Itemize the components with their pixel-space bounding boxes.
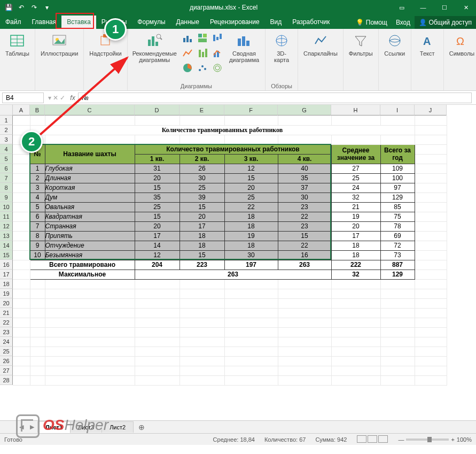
svg-rect-15 — [190, 39, 192, 42]
svg-rect-35 — [246, 41, 249, 46]
qat-more-icon[interactable]: ▾ — [43, 3, 51, 12]
surface-chart-icon[interactable] — [210, 61, 224, 75]
symbols-button[interactable]: ΩСимволы — [447, 31, 476, 58]
maximize-icon[interactable]: ☐ — [434, 0, 455, 15]
save-icon[interactable]: 💾 — [4, 3, 13, 12]
svg-rect-17 — [203, 34, 207, 37]
zoom-control[interactable]: — + 100% — [398, 436, 472, 443]
ribbon-tabs: Файл Главная Вставка Разметка страницы а… — [0, 15, 476, 29]
watermark-icon — [16, 414, 40, 438]
callout-1: 1 — [104, 18, 127, 41]
spreadsheet-grid[interactable]: ABCDEFGHIJ 12345678910111213141516171819… — [0, 105, 476, 420]
pivotchart-button[interactable]: Сводная диаграмма — [227, 31, 262, 64]
svg-text:Ω: Ω — [456, 35, 464, 47]
chart-type-stack — [181, 31, 224, 75]
svg-rect-19 — [213, 35, 215, 41]
row-headers[interactable]: 1234567891011121314151617181920212223242… — [0, 116, 13, 385]
text-button[interactable]: AТекст — [415, 31, 440, 58]
undo-icon[interactable]: ↶ — [17, 3, 26, 12]
svg-rect-23 — [202, 52, 204, 57]
map3d-button[interactable]: 3D-карта — [269, 31, 294, 64]
svg-rect-33 — [238, 39, 241, 46]
svg-rect-24 — [205, 49, 207, 57]
group-text: AТекст — [411, 29, 444, 90]
title-bar: 💾 ↶ ↷ ▾ диаграммы.xlsx - Excel ▭ — ☐ ✕ — [0, 0, 476, 15]
tab-home[interactable]: Главная — [27, 16, 62, 29]
formula-bar: B4 ▾ ✕ ✓ fx № — [0, 91, 476, 105]
tab-view[interactable]: Вид — [265, 16, 287, 29]
status-sum: Сумма: 942 — [315, 436, 347, 443]
status-avg: Среднее: 18,84 — [213, 436, 255, 443]
share-button[interactable]: 👤 Общий доступ — [415, 16, 476, 29]
new-sheet-icon[interactable]: ⊕ — [133, 423, 150, 432]
fx-icon[interactable]: fx — [67, 94, 78, 102]
svg-point-31 — [214, 64, 221, 72]
tables-button[interactable]: Таблицы — [3, 31, 32, 58]
svg-rect-8 — [148, 40, 151, 46]
svg-rect-21 — [220, 34, 222, 39]
svg-point-28 — [199, 69, 201, 71]
svg-line-12 — [160, 38, 162, 40]
window-controls: ▭ — ☐ ✕ — [392, 0, 476, 15]
filters-button[interactable]: Фильтры — [347, 31, 375, 58]
group-tables: Таблицы — [0, 29, 35, 90]
minimize-icon[interactable]: — — [413, 0, 433, 15]
line-chart-icon[interactable] — [181, 46, 194, 60]
tab-formulas[interactable]: Формулы — [132, 16, 170, 29]
group-sparklines: Спарклайны — [298, 29, 344, 90]
tab-insert[interactable]: Вставка — [61, 16, 96, 29]
ribbon-options-icon[interactable]: ▭ — [392, 0, 412, 15]
scatter-chart-icon[interactable] — [196, 61, 209, 75]
sparklines-button[interactable]: Спарклайны — [301, 31, 340, 58]
close-icon[interactable]: ✕ — [456, 0, 476, 15]
group-illustrations: Иллюстрации — [35, 29, 84, 90]
hierarchy-chart-icon[interactable] — [196, 31, 209, 45]
waterfall-chart-icon[interactable] — [210, 31, 224, 45]
redo-icon[interactable]: ↷ — [30, 3, 38, 12]
ribbon: Таблицы Иллюстрации Надстройки Рекоменду… — [0, 29, 476, 91]
svg-point-39 — [389, 35, 400, 46]
fbar-buttons: ▾ ✕ ✓ — [46, 94, 67, 102]
group-links: Ссылки — [379, 29, 411, 90]
svg-rect-16 — [198, 34, 202, 37]
watermark: OSHelper — [16, 414, 108, 438]
formula-input[interactable]: № — [78, 93, 472, 103]
svg-point-30 — [204, 68, 206, 70]
svg-rect-34 — [242, 36, 245, 46]
statistic-chart-icon[interactable] — [196, 46, 209, 60]
group-charts: Рекомендуемые диаграммы Сво — [128, 29, 266, 90]
svg-rect-22 — [199, 50, 201, 57]
tab-review[interactable]: Рецензирование — [205, 16, 265, 29]
quick-access-toolbar: 💾 ↶ ↷ ▾ — [0, 3, 56, 12]
recommended-charts-button[interactable]: Рекомендуемые диаграммы — [131, 31, 178, 64]
tab-data[interactable]: Данные — [171, 16, 205, 29]
svg-rect-14 — [186, 36, 189, 42]
view-buttons[interactable] — [356, 435, 388, 444]
pie-chart-icon[interactable] — [181, 61, 194, 75]
illustrations-button[interactable]: Иллюстрации — [38, 31, 80, 58]
svg-rect-20 — [216, 37, 219, 40]
svg-rect-10 — [155, 42, 158, 46]
tab-developer[interactable]: Разработчик — [287, 16, 335, 29]
name-box[interactable]: B4 — [2, 93, 44, 103]
tell-me[interactable]: 💡 Помощ — [352, 16, 391, 29]
cells-area[interactable]: Количество травмированных работников№Наз… — [13, 116, 447, 386]
group-tours: 3D-карта Обзоры — [266, 29, 298, 90]
svg-rect-18 — [198, 39, 207, 42]
callout-2: 2 — [20, 130, 43, 153]
svg-text:A: A — [423, 35, 431, 47]
combo-chart-icon[interactable] — [210, 46, 224, 60]
tab-file[interactable]: Файл — [0, 16, 27, 29]
window-title: диаграммы.xlsx - Excel — [56, 4, 392, 11]
bar-chart-icon[interactable] — [181, 31, 194, 45]
group-symbols: ΩСимволы — [444, 29, 476, 90]
svg-point-11 — [157, 34, 161, 39]
sign-in[interactable]: Вход — [392, 16, 415, 29]
svg-point-32 — [215, 66, 220, 70]
column-headers[interactable]: ABCDEFGHIJ — [13, 105, 447, 116]
select-all-corner[interactable] — [0, 105, 13, 116]
status-count: Количество: 67 — [264, 436, 306, 443]
links-button[interactable]: Ссылки — [382, 31, 408, 58]
group-filters: Фильтры — [344, 29, 379, 90]
svg-rect-9 — [152, 36, 154, 46]
